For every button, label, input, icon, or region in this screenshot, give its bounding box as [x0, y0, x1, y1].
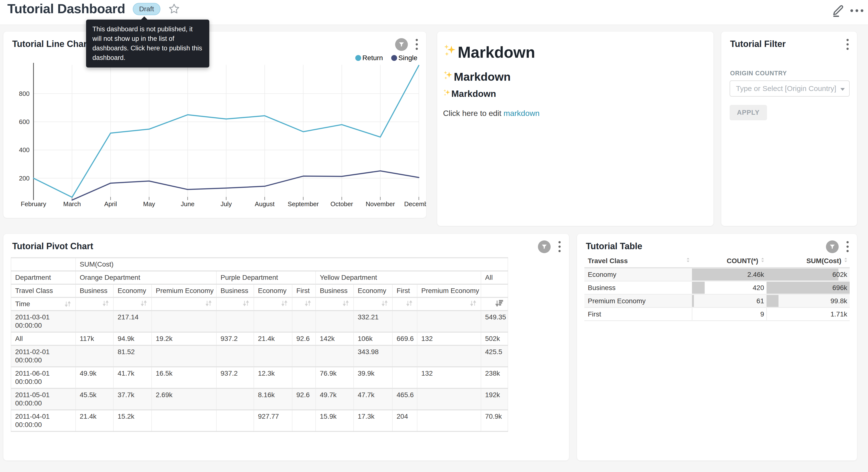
- markdown-link[interactable]: markdown: [503, 109, 539, 118]
- cell-value: 696k: [767, 282, 850, 294]
- pivot-value-cell: 76.9k: [316, 367, 353, 388]
- pivot-chart-card: Tutorial Pivot Chart SUM(Cost)Department…: [3, 234, 569, 461]
- cross-filter-icon[interactable]: [826, 240, 839, 253]
- markdown-h3: Markdown: [442, 88, 496, 99]
- svg-text:August: August: [255, 200, 275, 208]
- pivot-value-cell: [75, 345, 114, 367]
- legend-label: Single: [398, 54, 417, 62]
- sparkles-icon: [442, 43, 458, 62]
- pivot-class-header: Economy: [353, 284, 393, 297]
- svg-text:November: November: [366, 200, 395, 208]
- sum-cost-cell: 602k: [767, 268, 850, 281]
- markdown-paragraph: Click here to edit markdown: [443, 109, 539, 118]
- sorter-icon: [760, 257, 765, 265]
- sort-icon[interactable]: [342, 300, 349, 307]
- pivot-value-cell: 12.3k: [254, 367, 292, 388]
- legend-dot: [355, 55, 361, 61]
- pivot-value-cell: 106k: [353, 332, 393, 345]
- pivot-row: 2011-03-01 00:00:00217.14332.21549.35: [11, 311, 508, 332]
- sort-icon[interactable]: [381, 300, 388, 307]
- pivot-value-cell: 217.14: [114, 311, 152, 332]
- pivot-dept-label: Department: [11, 271, 75, 284]
- pivot-value-cell: [417, 388, 481, 410]
- draft-tooltip: This dashboard is not published, it will…: [86, 20, 209, 67]
- pivot-value-cell: 17.3k: [353, 410, 393, 432]
- sort-icon[interactable]: [140, 300, 148, 307]
- pivot-value-cell: 92.6: [292, 388, 316, 410]
- travel-class-cell: Premium Economy: [584, 294, 692, 308]
- sort-icon[interactable]: [469, 300, 477, 307]
- apply-button[interactable]: APPLY: [730, 105, 767, 120]
- pivot-cell: [114, 297, 152, 311]
- sum-cost-cell: 1.71k: [767, 308, 850, 321]
- cell-value: 99.8k: [767, 295, 850, 307]
- sort-icon[interactable]: [406, 300, 413, 307]
- pivot-value-cell: [216, 388, 254, 410]
- pivot-value-cell: 192k: [481, 388, 508, 410]
- count-cell: 2.46k: [692, 268, 767, 281]
- pivot-cell: [254, 297, 292, 311]
- pivot-value-cell: 37.7k: [114, 388, 152, 410]
- pivot-corner-cell: [11, 258, 75, 271]
- pivot-value-cell: [417, 345, 481, 367]
- pivot-row: Travel ClassBusinessEconomyPremium Econo…: [11, 284, 508, 297]
- pivot-row-label: 2011-03-01 00:00:00: [11, 311, 75, 332]
- pivot-value-cell: [393, 345, 417, 367]
- sort-icon[interactable]: [242, 300, 250, 307]
- pivot-value-cell: 47.7k: [353, 388, 393, 410]
- sort-icon[interactable]: [102, 300, 109, 307]
- column-header-sum-cost[interactable]: SUM(Cost): [767, 254, 850, 268]
- pivot-row: 2011-06-01 00:00:0049.9k41.7k16.5k937.21…: [11, 367, 508, 388]
- pivot-row: All117k94.9k19.2k937.221.4k92.6142k106k6…: [11, 332, 508, 345]
- pivot-class-header: Premium Economy: [417, 284, 481, 297]
- sum-cost-cell: 99.8k: [767, 294, 850, 308]
- markdown-card[interactable]: Markdown Markdown Markdown Click here to…: [437, 32, 713, 226]
- cross-filter-icon[interactable]: [538, 240, 551, 253]
- pivot-row: SUM(Cost): [11, 258, 508, 271]
- pivot-row: 2011-02-01 00:00:0081.52343.98425.5: [11, 345, 508, 367]
- data-table: Travel ClassCOUNT(*)SUM(Cost)Economy2.46…: [584, 254, 850, 321]
- sort-icon[interactable]: [64, 301, 71, 307]
- pivot-value-cell: 70.9k: [481, 410, 508, 432]
- pivot-cell: [152, 297, 216, 311]
- svg-text:July: July: [221, 200, 232, 208]
- pivot-class-header: Premium Economy: [152, 284, 216, 297]
- pivot-value-cell: 502k: [481, 332, 508, 345]
- chart-menu-icon[interactable]: [557, 240, 562, 253]
- pivot-class-header: First: [292, 284, 316, 297]
- travel-class-cell: First: [584, 308, 692, 321]
- pivot-value-cell: [393, 367, 417, 388]
- sort-icon[interactable]: [281, 300, 288, 307]
- svg-text:200: 200: [19, 175, 30, 182]
- pivot-class-header: [481, 284, 508, 297]
- legend-item-single[interactable]: Single: [391, 54, 417, 62]
- pivot-cell: [353, 297, 393, 311]
- pivot-value-cell: 937.2: [216, 367, 254, 388]
- more-actions-icon[interactable]: [850, 9, 863, 12]
- chart-menu-icon[interactable]: [845, 240, 850, 253]
- column-header-count[interactable]: COUNT(*): [692, 254, 767, 268]
- pivot-value-cell: [292, 345, 316, 367]
- legend-label: Return: [362, 54, 383, 62]
- sort-icon[interactable]: [205, 300, 212, 307]
- pivot-value-cell: 117k: [75, 332, 114, 345]
- svg-text:March: March: [63, 200, 81, 208]
- sort-desc-icon[interactable]: [495, 300, 504, 307]
- favorite-star-icon[interactable]: [168, 3, 180, 16]
- svg-text:May: May: [143, 200, 155, 208]
- origin-country-select[interactable]: Type or Select [Origin Country]: [730, 81, 850, 97]
- pivot-value-cell: 16.5k: [152, 367, 216, 388]
- sort-icon[interactable]: [304, 300, 311, 307]
- pivot-cell: [417, 297, 481, 311]
- pivot-row-label: 2011-06-01 00:00:00: [11, 367, 75, 388]
- pivot-cell: [316, 297, 353, 311]
- pivot-value-cell: 8.16k: [254, 388, 292, 410]
- filter-card: Tutorial Filter ORIGIN COUNTRY Type or S…: [721, 32, 857, 226]
- draft-badge[interactable]: Draft: [133, 3, 160, 15]
- edit-dashboard-icon[interactable]: [831, 4, 845, 19]
- filter-menu-icon[interactable]: [845, 38, 850, 51]
- pivot-value-cell: [292, 311, 316, 332]
- pivot-value-cell: 15.2k: [114, 410, 152, 432]
- column-header-travel-class[interactable]: Travel Class: [584, 254, 692, 268]
- legend-item-return[interactable]: Return: [355, 54, 383, 62]
